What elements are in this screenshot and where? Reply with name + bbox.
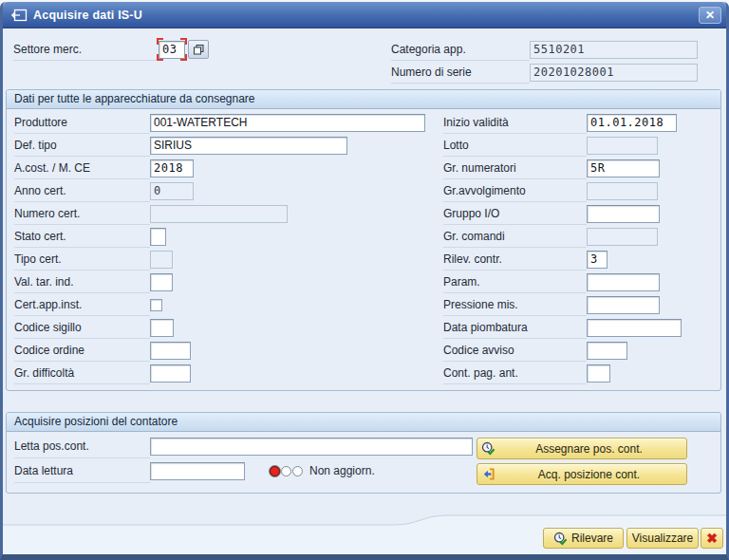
matchcode-button[interactable] bbox=[188, 40, 209, 59]
tipo-cert-label: Tipo cert. bbox=[14, 248, 150, 271]
param-row: Param. bbox=[443, 271, 717, 293]
data-lettura-row: Data lettura Non aggiorn. bbox=[14, 458, 470, 483]
produttore-row: Produttore bbox=[14, 111, 436, 134]
def-tipo-label: Def. tipo bbox=[14, 134, 150, 157]
letta-pos-label: Letta pos.cont. bbox=[14, 434, 150, 458]
codice-ordine-label: Codice ordine bbox=[14, 339, 150, 362]
numero-serie-label: Numero di serie bbox=[391, 61, 530, 84]
gr-avvolgimento-field bbox=[587, 182, 658, 200]
pressione-mis-row: Pressione mis. bbox=[443, 293, 717, 316]
dialog-title: Acquisire dati IS-U bbox=[33, 9, 142, 22]
inizio-validita-input[interactable] bbox=[587, 114, 677, 132]
dialog-acquisire-dati-isu: Acquisire dati IS-U ✕ Settore merc. bbox=[0, 2, 729, 560]
assegnare-pos-cont-button[interactable]: Assegnare pos. cont. bbox=[477, 438, 687, 459]
categoria-app-row: Categoria app. bbox=[391, 38, 709, 61]
cont-pag-ant-label: Cont. pag. ant. bbox=[443, 362, 587, 384]
cert-app-inst-label: Cert.app.inst. bbox=[14, 293, 150, 316]
codice-ordine-row: Codice ordine bbox=[14, 339, 436, 362]
gr-comandi-field bbox=[587, 228, 658, 246]
copy-icon bbox=[193, 44, 205, 56]
focus-frame bbox=[157, 38, 187, 61]
titlebar[interactable]: Acquisire dati IS-U ✕ bbox=[3, 2, 726, 28]
codice-sigillo-input[interactable] bbox=[150, 319, 174, 337]
numero-cert-row: Numero cert. bbox=[14, 202, 436, 225]
assegnare-pos-cont-label: Assegnare pos. cont. bbox=[495, 442, 682, 456]
codice-avviso-label: Codice avviso bbox=[443, 339, 587, 362]
rilevare-button[interactable]: Rilevare bbox=[543, 528, 624, 549]
clock-check-icon bbox=[553, 532, 568, 546]
gruppo-io-label: Gruppo I/O bbox=[443, 202, 587, 225]
pressione-mis-input[interactable] bbox=[587, 296, 660, 314]
categoria-app-field bbox=[530, 41, 698, 59]
val-tar-ind-input[interactable] bbox=[150, 273, 173, 291]
gr-avvolgimento-row: Gr.avvolgimento bbox=[443, 179, 717, 202]
gr-numeratori-input[interactable] bbox=[587, 159, 660, 177]
inizio-validita-row: Inizio validità bbox=[443, 111, 717, 134]
def-tipo-input[interactable] bbox=[150, 137, 347, 155]
acq-posizione-cont-button[interactable]: Acq. posizione cont. bbox=[477, 463, 687, 485]
dialog-icon bbox=[10, 9, 28, 22]
lotto-field bbox=[587, 137, 658, 155]
codice-avviso-input[interactable] bbox=[587, 342, 627, 360]
codice-ordine-input[interactable] bbox=[150, 342, 191, 360]
rilev-contr-row: Rilev. contr. bbox=[443, 248, 717, 271]
produttore-label: Produttore bbox=[14, 111, 150, 134]
tipo-cert-row: Tipo cert. bbox=[14, 248, 436, 271]
lotto-row: Lotto bbox=[443, 134, 717, 157]
rilev-contr-input[interactable] bbox=[587, 251, 608, 269]
acq-posizione-cont-label: Acq. posizione cont. bbox=[495, 468, 682, 481]
data-lettura-input[interactable] bbox=[150, 462, 245, 480]
letta-pos-input[interactable] bbox=[150, 438, 473, 456]
inizio-validita-label: Inizio validità bbox=[443, 111, 587, 134]
codice-sigillo-row: Codice sigillo bbox=[14, 316, 436, 339]
gr-comandi-row: Gr. comandi bbox=[443, 225, 717, 248]
gr-numeratori-label: Gr. numeratori bbox=[443, 157, 587, 179]
gr-difficolta-input[interactable] bbox=[150, 364, 191, 383]
tipo-cert-field bbox=[150, 251, 173, 269]
anno-cert-row: Anno cert. bbox=[14, 179, 436, 202]
gr-numeratori-row: Gr. numeratori bbox=[443, 157, 717, 179]
visualizzare-button[interactable]: Visualizzare bbox=[626, 528, 699, 549]
data-piombatura-input[interactable] bbox=[587, 319, 682, 337]
traffic-light-icon bbox=[270, 466, 303, 476]
gr-comandi-label: Gr. comandi bbox=[443, 225, 587, 248]
status-text: Non aggiorn. bbox=[309, 464, 375, 477]
settore-merc-row: Settore merc. bbox=[13, 38, 251, 61]
numero-cert-field bbox=[150, 205, 288, 223]
cont-pag-ant-input[interactable] bbox=[587, 364, 610, 383]
param-input[interactable] bbox=[587, 273, 660, 291]
group1-title: Dati per tutte le apparecchiature da con… bbox=[7, 90, 720, 109]
close-icon[interactable]: ✕ bbox=[699, 7, 721, 24]
red-x-icon: ✖ bbox=[701, 529, 722, 548]
codice-avviso-row: Codice avviso bbox=[443, 339, 717, 362]
acost-mce-label: A.cost. / M. CE bbox=[14, 157, 150, 179]
gruppo-io-input[interactable] bbox=[587, 205, 660, 223]
stato-cert-label: Stato cert. bbox=[14, 225, 150, 248]
gr-avvolgimento-label: Gr.avvolgimento bbox=[443, 179, 587, 202]
rilevare-label: Rilevare bbox=[571, 532, 613, 545]
numero-serie-field bbox=[530, 64, 698, 82]
cancel-button[interactable]: ✖ bbox=[701, 528, 723, 549]
cert-app-inst-row: Cert.app.inst. bbox=[14, 293, 436, 316]
codice-sigillo-label: Codice sigillo bbox=[14, 316, 150, 339]
data-piombatura-label: Data piombatura bbox=[443, 316, 587, 339]
group2-title: Acquisire posizioni del contatore bbox=[7, 413, 720, 432]
gruppo-io-row: Gruppo I/O bbox=[443, 202, 717, 225]
anno-cert-label: Anno cert. bbox=[14, 179, 150, 202]
gr-difficolta-row: Gr. difficoltà bbox=[14, 362, 436, 384]
groupbox-posizioni-contatore: Acquisire posizioni del contatore Letta … bbox=[6, 412, 721, 494]
rilev-contr-label: Rilev. contr. bbox=[443, 248, 587, 271]
gr-difficolta-label: Gr. difficoltà bbox=[14, 362, 150, 384]
produttore-input[interactable] bbox=[150, 114, 425, 132]
val-tar-ind-row: Val. tar. ind. bbox=[14, 271, 436, 293]
stato-cert-row: Stato cert. bbox=[14, 225, 436, 248]
cert-app-inst-checkbox[interactable] bbox=[150, 299, 162, 311]
acost-mce-input[interactable] bbox=[150, 159, 194, 177]
stato-cert-input[interactable] bbox=[150, 228, 166, 246]
visualizzare-label: Visualizzare bbox=[632, 532, 693, 545]
cont-pag-ant-row: Cont. pag. ant. bbox=[443, 362, 717, 384]
acost-mce-row: A.cost. / M. CE bbox=[14, 157, 436, 179]
data-lettura-label: Data lettura bbox=[14, 458, 150, 483]
transfer-icon bbox=[481, 467, 495, 481]
pressione-mis-label: Pressione mis. bbox=[443, 293, 587, 316]
